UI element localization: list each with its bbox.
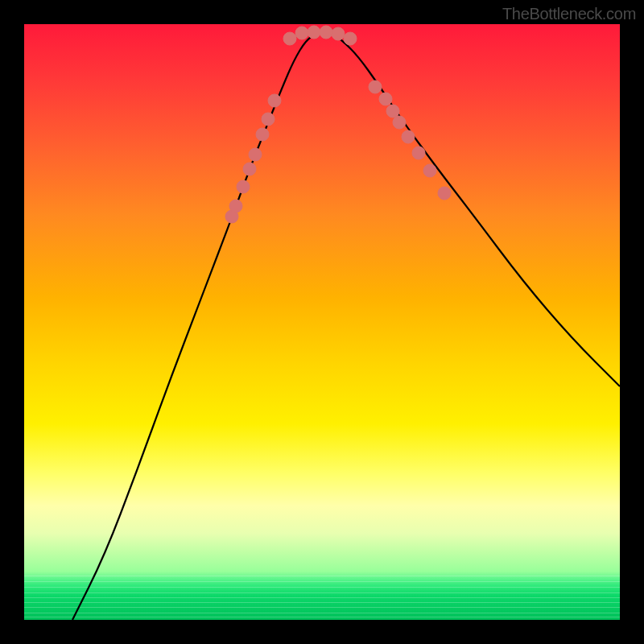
- scatter-dot: [402, 130, 415, 143]
- scatter-dot: [379, 93, 392, 105]
- watermark-text: TheBottleneck.com: [502, 5, 636, 23]
- scatter-dot: [369, 80, 382, 93]
- scatter-dot: [243, 163, 256, 175]
- scatter-dot: [308, 26, 320, 39]
- bottleneck-curve: [72, 32, 620, 620]
- scatter-dot: [438, 187, 451, 200]
- scatter-dot: [256, 128, 269, 141]
- scatter-dots-bottom: [283, 26, 357, 45]
- scatter-dot: [268, 94, 281, 107]
- scatter-dot: [283, 32, 296, 45]
- scatter-dot: [386, 105, 399, 118]
- scatter-dot: [393, 116, 406, 129]
- scatter-dot: [412, 147, 425, 159]
- scatter-dot: [344, 32, 357, 45]
- scatter-dots-right: [369, 80, 451, 200]
- curve-layer: [24, 24, 620, 620]
- plot-area: [24, 24, 620, 620]
- scatter-dot: [249, 148, 262, 161]
- scatter-dot: [423, 164, 436, 177]
- scatter-dot: [320, 26, 332, 39]
- scatter-dot: [262, 113, 275, 126]
- scatter-dot: [229, 200, 242, 213]
- chart-frame: TheBottleneck.com: [0, 0, 644, 644]
- scatter-dot: [295, 27, 308, 39]
- scatter-dot: [237, 180, 250, 193]
- scatter-dot: [332, 27, 345, 40]
